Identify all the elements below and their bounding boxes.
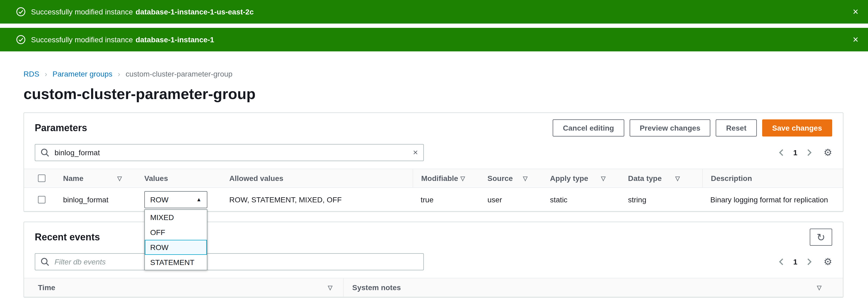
column-header-modifiable[interactable]: Modifiable ▽	[413, 169, 488, 187]
search-icon	[41, 148, 49, 157]
column-label: Allowed values	[229, 174, 283, 183]
column-header-values: Values	[144, 169, 229, 187]
dropdown-option-off[interactable]: OFF	[145, 225, 207, 240]
sort-filter-icon[interactable]: ▽	[117, 175, 122, 182]
row-checkbox[interactable]	[38, 196, 45, 203]
parameters-panel-header: Parameters Cancel editing Preview change…	[24, 113, 843, 141]
chevron-right-icon[interactable]	[803, 149, 816, 156]
sort-filter-icon[interactable]: ▽	[328, 284, 333, 291]
success-banner-2: Successfully modified instance database-…	[0, 28, 868, 51]
breadcrumb-separator-icon: ›	[44, 70, 47, 78]
selected-value: ROW	[150, 195, 168, 204]
parameters-actions: Cancel editing Preview changes Reset Sav…	[553, 119, 832, 137]
cell-data-type: string	[628, 195, 702, 204]
success-banner-1: Successfully modified instance database-…	[0, 0, 868, 24]
cell-name: binlog_format	[63, 195, 144, 204]
banner-message: Successfully modified instance	[31, 35, 133, 44]
sort-filter-icon[interactable]: ▽	[675, 175, 680, 182]
reset-button[interactable]: Reset	[716, 119, 756, 137]
cell-apply-type: static	[550, 195, 628, 204]
breadcrumb-rds-link[interactable]: RDS	[24, 70, 39, 78]
success-check-icon	[16, 7, 26, 17]
cell-allowed-values: ROW, STATEMENT, MIXED, OFF	[229, 195, 413, 204]
rds-console-page: Successfully modified instance database-…	[0, 0, 868, 303]
column-header-apply-type[interactable]: Apply type ▽	[550, 169, 628, 187]
refresh-icon: ↻	[817, 231, 825, 243]
cancel-editing-button[interactable]: Cancel editing	[553, 119, 624, 137]
column-label: Modifiable	[413, 174, 458, 183]
column-label: Apply type	[550, 174, 588, 183]
column-label: System notes	[352, 283, 401, 292]
breadcrumb: RDS › Parameter groups › custom-cluster-…	[24, 70, 843, 78]
row-select-cell	[38, 188, 63, 211]
parameters-table-header: Name ▽ Values Allowed values Modifiable …	[24, 169, 843, 188]
column-label: Source	[488, 174, 513, 183]
cell-source: user	[488, 195, 550, 204]
chevron-right-icon[interactable]	[803, 258, 816, 266]
parameters-search-input[interactable]	[54, 144, 409, 161]
parameters-toolbar: × 1 ⚙	[24, 141, 843, 163]
gear-icon[interactable]: ⚙	[824, 147, 832, 159]
parameters-panel: Parameters Cancel editing Preview change…	[24, 112, 843, 212]
flashbar: Successfully modified instance database-…	[0, 0, 868, 51]
dropdown-option-statement[interactable]: STATEMENT	[145, 255, 207, 270]
sort-filter-icon[interactable]: ▽	[601, 175, 606, 182]
banner-message: Successfully modified instance	[31, 7, 133, 16]
events-filter-box	[35, 253, 424, 270]
column-label: Time	[38, 283, 55, 292]
column-header-description: Description	[702, 169, 832, 187]
column-header-allowed-values: Allowed values	[229, 169, 413, 187]
page-title: custom-cluster-parameter-group	[24, 86, 843, 103]
page-number[interactable]: 1	[790, 257, 801, 266]
column-header-data-type[interactable]: Data type ▽	[628, 169, 702, 187]
events-filter-input[interactable]	[54, 254, 418, 270]
cell-values: ROW ▲ MIXED OFF ROW STATEMENT	[144, 188, 229, 211]
clear-search-icon[interactable]: ×	[413, 148, 418, 157]
column-label: Name	[63, 174, 83, 183]
table-row: binlog_format ROW ▲ MIXED OFF ROW STATEM…	[24, 188, 843, 212]
column-label: Data type	[628, 174, 662, 183]
dropdown-option-mixed[interactable]: MIXED	[145, 210, 207, 225]
refresh-button[interactable]: ↻	[810, 228, 832, 246]
cell-modifiable: true	[413, 195, 488, 204]
parameters-table: Name ▽ Values Allowed values Modifiable …	[24, 169, 843, 212]
column-label: Description	[703, 174, 752, 183]
chevron-left-icon[interactable]	[774, 258, 788, 266]
main-content: RDS › Parameter groups › custom-cluster-…	[0, 70, 868, 298]
column-header-system-notes[interactable]: System notes ▽	[343, 278, 832, 297]
preview-changes-button[interactable]: Preview changes	[630, 119, 711, 137]
sort-filter-icon[interactable]: ▽	[461, 175, 465, 182]
column-label: Values	[144, 174, 168, 183]
column-header-time[interactable]: Time ▽	[38, 278, 343, 297]
breadcrumb-separator-icon: ›	[118, 70, 120, 78]
parameters-title: Parameters	[35, 122, 87, 134]
events-pagination: 1 ⚙	[774, 256, 832, 268]
parameters-pagination: 1 ⚙	[774, 147, 832, 159]
search-icon	[41, 257, 49, 266]
chevron-left-icon[interactable]	[774, 149, 788, 156]
breadcrumb-parameter-groups-link[interactable]: Parameter groups	[52, 70, 112, 78]
values-select[interactable]: ROW ▲	[144, 191, 207, 208]
banner-instance-name: database-1-instance-1-us-east-2c	[135, 7, 254, 16]
page-number[interactable]: 1	[790, 148, 801, 157]
success-check-icon	[16, 35, 26, 45]
cell-description: Binary logging format for replication	[702, 195, 832, 204]
recent-events-title: Recent events	[35, 231, 100, 243]
chevron-up-icon: ▲	[196, 196, 202, 202]
values-dropdown: MIXED OFF ROW STATEMENT	[144, 209, 207, 270]
events-table-header: Time ▽ System notes ▽	[24, 278, 843, 297]
column-header-name[interactable]: Name ▽	[63, 169, 144, 187]
sort-filter-icon[interactable]: ▽	[523, 175, 528, 182]
header-select-all	[38, 169, 63, 187]
banner-instance-name: database-1-instance-1	[135, 35, 214, 44]
gear-icon[interactable]: ⚙	[824, 256, 832, 268]
save-changes-button[interactable]: Save changes	[762, 119, 832, 137]
select-all-checkbox[interactable]	[38, 174, 45, 182]
column-header-source[interactable]: Source ▽	[488, 169, 550, 187]
sort-filter-icon[interactable]: ▽	[817, 284, 822, 291]
dropdown-option-row[interactable]: ROW	[145, 240, 207, 255]
close-icon[interactable]: ×	[852, 35, 860, 45]
close-icon[interactable]: ×	[852, 7, 860, 17]
breadcrumb-current: custom-cluster-parameter-group	[126, 70, 232, 78]
parameters-search-box: ×	[35, 144, 424, 161]
